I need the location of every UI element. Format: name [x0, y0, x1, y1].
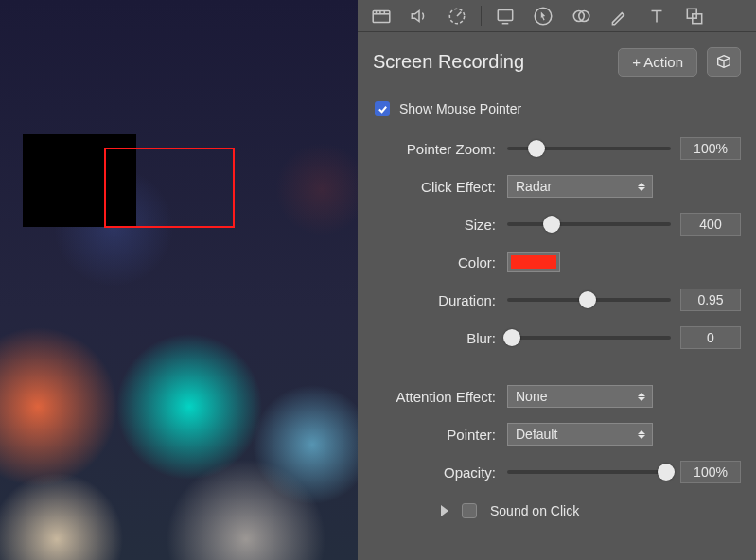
- chevron-updown-icon: [637, 393, 646, 401]
- size-value[interactable]: 400: [680, 213, 741, 236]
- canvas-preview[interactable]: [0, 0, 358, 560]
- panel-header: Screen Recording + Action: [358, 32, 756, 86]
- check-icon: [378, 104, 388, 114]
- sound-on-click-checkbox[interactable]: [462, 503, 477, 518]
- blur-value[interactable]: 0: [680, 326, 741, 349]
- blur-slider[interactable]: [507, 328, 671, 347]
- pointer-type-row: Pointer: Default: [373, 415, 741, 453]
- color-label: Color:: [373, 254, 507, 271]
- add-action-label: + Action: [632, 54, 683, 70]
- pointer-type-select[interactable]: Default: [507, 423, 653, 446]
- attention-effect-row: Attention Effect: None: [373, 377, 741, 415]
- trim-tab-icon[interactable]: [447, 6, 467, 26]
- sound-on-click-label: Sound on Click: [490, 503, 579, 518]
- show-mouse-pointer-row[interactable]: Show Mouse Pointer: [373, 92, 741, 130]
- opacity-value[interactable]: 100%: [680, 461, 741, 483]
- attention-effect-selected: None: [516, 389, 547, 404]
- size-row: Size: 400: [373, 205, 741, 243]
- click-effect-label: Click Effect:: [373, 179, 507, 195]
- blur-row: Blur: 0: [373, 319, 741, 357]
- chevron-updown-icon: [637, 183, 646, 191]
- draw-tab-icon[interactable]: [608, 6, 629, 26]
- pointer-zoom-value[interactable]: 100%: [680, 137, 741, 160]
- click-effect-selected: Radar: [516, 179, 552, 194]
- duration-row: Duration: 0.95: [373, 281, 741, 319]
- opacity-row: Opacity: 100%: [373, 453, 741, 491]
- color-swatch-fill: [511, 255, 556, 269]
- panel-body: Show Mouse Pointer Pointer Zoom: 100% Cl…: [358, 86, 756, 540]
- opacity-label: Opacity:: [373, 464, 507, 481]
- show-mouse-pointer-label: Show Mouse Pointer: [399, 101, 521, 116]
- sound-on-click-row[interactable]: Sound on Click: [373, 491, 741, 531]
- cursor-tab-icon[interactable]: [533, 6, 554, 26]
- pointer-zoom-slider[interactable]: [507, 139, 671, 158]
- attention-effect-label: Attention Effect:: [373, 389, 507, 405]
- display-tab-icon[interactable]: [495, 6, 516, 26]
- pointer-type-label: Pointer:: [373, 427, 507, 443]
- blur-label: Blur:: [373, 330, 507, 346]
- pointer-type-selected: Default: [516, 427, 557, 442]
- svg-rect-6: [498, 9, 512, 20]
- click-effect-select[interactable]: Radar: [507, 175, 653, 198]
- overlap-tab-icon[interactable]: [571, 6, 591, 26]
- opacity-slider[interactable]: [507, 463, 671, 481]
- duration-slider[interactable]: [507, 290, 671, 309]
- color-row: Color:: [373, 243, 741, 281]
- cube-icon: [715, 53, 732, 70]
- click-effect-row: Click Effect: Radar: [373, 167, 741, 205]
- selection-rectangle[interactable]: [104, 148, 235, 228]
- duration-value[interactable]: 0.95: [680, 289, 741, 311]
- add-action-button[interactable]: + Action: [618, 48, 697, 77]
- app-root: Screen Recording + Action Show Mouse Poi…: [0, 0, 756, 560]
- inspector-panel: Screen Recording + Action Show Mouse Poi…: [358, 0, 756, 560]
- group-tab-icon[interactable]: [684, 6, 705, 26]
- duration-label: Duration:: [373, 292, 507, 308]
- video-tab-icon[interactable]: [371, 6, 392, 26]
- audio-tab-icon[interactable]: [409, 6, 430, 26]
- text-tab-icon[interactable]: [646, 6, 667, 26]
- toolbar-divider: [481, 6, 482, 26]
- size-slider[interactable]: [507, 215, 671, 234]
- disclosure-triangle-icon[interactable]: [441, 505, 448, 516]
- chevron-updown-icon: [637, 430, 646, 439]
- panel-title: Screen Recording: [373, 51, 608, 73]
- inspector-toolbar: [358, 0, 756, 32]
- pointer-zoom-row: Pointer Zoom: 100%: [373, 130, 741, 167]
- show-mouse-pointer-checkbox[interactable]: [375, 101, 390, 116]
- cube-button[interactable]: [707, 47, 741, 77]
- attention-effect-select[interactable]: None: [507, 385, 653, 408]
- pointer-zoom-label: Pointer Zoom:: [373, 141, 507, 157]
- color-swatch[interactable]: [507, 252, 560, 272]
- size-label: Size:: [373, 217, 507, 233]
